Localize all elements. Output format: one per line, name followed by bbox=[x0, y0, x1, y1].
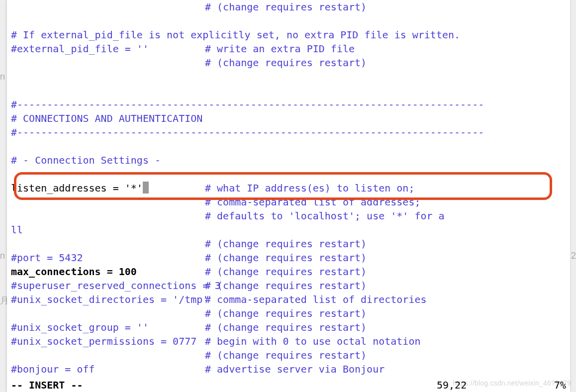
code-text-left bbox=[11, 84, 205, 98]
code-text-left bbox=[11, 14, 205, 28]
code-text-right bbox=[205, 70, 566, 84]
code-line: # (change requires restart) bbox=[11, 306, 566, 320]
code-text-left: #superuser_reserved_connections = 3 bbox=[11, 279, 205, 293]
editor-content[interactable]: # (change requires restart)# If external… bbox=[11, 0, 566, 378]
code-text-right: # (change requires restart) bbox=[205, 279, 566, 293]
code-line bbox=[11, 167, 566, 181]
code-text-right: # (change requires restart) bbox=[205, 320, 566, 334]
code-line: #---------------------------------------… bbox=[11, 125, 566, 139]
code-text: ll bbox=[11, 223, 23, 237]
text-cursor bbox=[143, 182, 149, 194]
code-text-right: # defaults to 'localhost'; use '*' for a bbox=[205, 209, 566, 223]
code-text-left bbox=[11, 70, 205, 84]
code-text-right: # what IP address(es) to listen on; bbox=[205, 181, 566, 195]
code-text-left bbox=[11, 139, 205, 153]
code-text: #---------------------------------------… bbox=[11, 98, 484, 111]
code-line: #unix_socket_permissions = 0777# begin w… bbox=[11, 334, 566, 348]
code-text: # If external_pid_file is not explicitly… bbox=[11, 28, 460, 42]
code-text-right: # begin with 0 to use octal notation bbox=[205, 334, 566, 348]
code-line: # (change requires restart) bbox=[11, 0, 566, 14]
code-text-left bbox=[11, 209, 205, 223]
code-text-left bbox=[11, 237, 205, 251]
code-text-left: #unix_socket_group = '' bbox=[11, 320, 205, 334]
code-line: #superuser_reserved_connections = 3# (ch… bbox=[11, 279, 566, 293]
code-text-right: # advertise server via Bonjour bbox=[205, 362, 566, 376]
code-text-right: # (change requires restart) bbox=[205, 251, 566, 265]
code-text-left bbox=[11, 0, 205, 14]
code-text-right bbox=[205, 14, 566, 28]
code-line bbox=[11, 70, 566, 84]
code-line: #external_pid_file = ''# write an extra … bbox=[11, 42, 566, 56]
code-line: #unix_socket_group = ''# (change require… bbox=[11, 320, 566, 334]
code-text-left: #unix_socket_permissions = 0777 bbox=[11, 334, 205, 348]
code-text-left: #port = 5432 bbox=[11, 251, 205, 265]
code-line: # (change requires restart) bbox=[11, 56, 566, 70]
code-line: #---------------------------------------… bbox=[11, 98, 566, 111]
code-text-right: # comma-separated list of addresses; bbox=[205, 195, 566, 209]
code-text-right: # (change requires restart) bbox=[205, 306, 566, 320]
code-line: # CONNECTIONS AND AUTHENTICATION bbox=[11, 111, 566, 125]
code-line: #unix_socket_directories = '/tmp'# comma… bbox=[11, 293, 566, 306]
code-text-left: #bonjour = off bbox=[11, 362, 205, 376]
side-glyph-right-1: 2 bbox=[571, 249, 576, 263]
code-text-right bbox=[205, 139, 566, 153]
code-line bbox=[11, 139, 566, 153]
code-text-left: #external_pid_file = '' bbox=[11, 42, 205, 56]
code-text-right bbox=[205, 167, 566, 181]
code-text-left: listen_addresses = '*' bbox=[11, 181, 205, 195]
code-text-right: # (change requires restart) bbox=[205, 348, 566, 362]
code-line: # defaults to 'localhost'; use '*' for a bbox=[11, 209, 566, 223]
code-text: # CONNECTIONS AND AUTHENTICATION bbox=[11, 111, 202, 125]
window: n n 月 2 # (change requires restart)# If … bbox=[0, 0, 576, 392]
vim-mode-indicator: -- INSERT -- bbox=[11, 378, 437, 392]
code-text-left: max_connections = 100 bbox=[11, 265, 205, 279]
code-line bbox=[11, 14, 566, 28]
code-text-right: # (change requires restart) bbox=[205, 0, 566, 14]
code-text-left bbox=[11, 167, 205, 181]
code-text-left bbox=[11, 306, 205, 320]
code-text-right: # comma-separated list of directories bbox=[205, 293, 566, 306]
editor-sheet: # (change requires restart)# If external… bbox=[7, 0, 570, 392]
code-line: #bonjour = off# advertise server via Bon… bbox=[11, 362, 566, 376]
code-text-left bbox=[11, 348, 205, 362]
code-text-right: # (change requires restart) bbox=[205, 56, 566, 70]
code-text-left: #unix_socket_directories = '/tmp' bbox=[11, 293, 205, 306]
side-glyph-left-1: n bbox=[0, 70, 5, 84]
code-line: # If external_pid_file is not explicitly… bbox=[11, 28, 566, 42]
code-text-left bbox=[11, 56, 205, 70]
code-line: # (change requires restart) bbox=[11, 237, 566, 251]
code-text: # - Connection Settings - bbox=[11, 153, 161, 167]
code-line: # comma-separated list of addresses; bbox=[11, 195, 566, 209]
code-line bbox=[11, 84, 566, 98]
code-text: #---------------------------------------… bbox=[11, 125, 484, 139]
code-line: ll bbox=[11, 223, 566, 237]
code-text-right bbox=[205, 84, 566, 98]
code-text-right: # (change requires restart) bbox=[205, 265, 566, 279]
watermark-text: https://blog.csdn.net/weixin_46?7879 bbox=[453, 376, 571, 390]
code-text-right: # write an extra PID file bbox=[205, 42, 566, 56]
code-line: max_connections = 100# (change requires … bbox=[11, 265, 566, 279]
side-glyph-left-2: n bbox=[0, 249, 5, 263]
code-line: # - Connection Settings - bbox=[11, 153, 566, 167]
code-line: listen_addresses = '*'# what IP address(… bbox=[11, 181, 566, 195]
code-line: #port = 5432# (change requires restart) bbox=[11, 251, 566, 265]
code-text-left bbox=[11, 195, 205, 209]
code-line: # (change requires restart) bbox=[11, 348, 566, 362]
code-text-right: # (change requires restart) bbox=[205, 237, 566, 251]
